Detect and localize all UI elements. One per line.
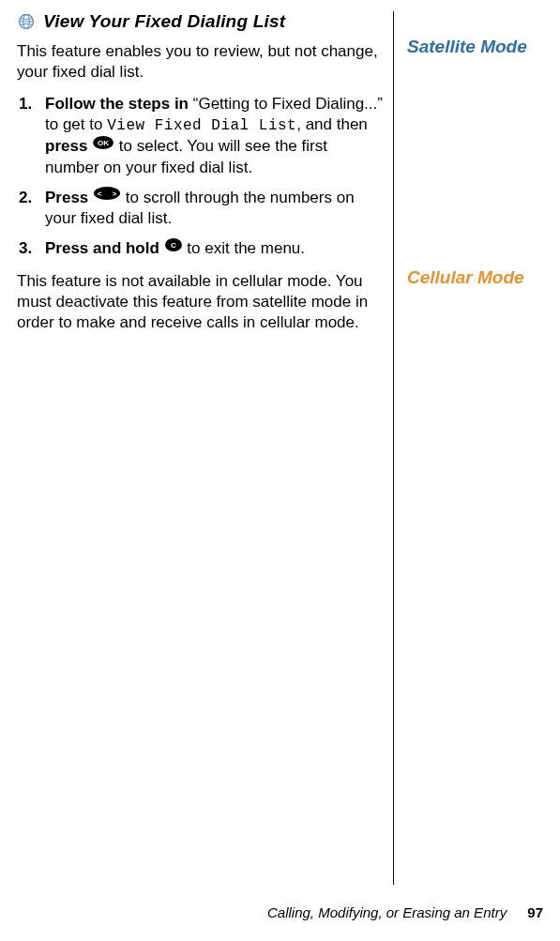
- section-heading: View Your Fixed Dialing List: [43, 11, 285, 32]
- step-2-tail: to scroll through the numbers on your fi…: [45, 189, 355, 228]
- globe-icon: [17, 12, 36, 31]
- footer-page-number: 97: [527, 904, 543, 920]
- step-1-lead: Follow the steps in: [45, 95, 189, 113]
- svg-text:>: >: [113, 190, 117, 198]
- main-column: View Your Fixed Dialing List This featur…: [17, 11, 394, 885]
- ok-key-icon: OK: [92, 135, 114, 156]
- step-3-lead: Press and hold: [45, 239, 159, 257]
- page-footer: Calling, Modifying, or Erasing an Entry …: [267, 904, 543, 920]
- cellular-note: This feature is not available in cellula…: [17, 271, 384, 333]
- step-1-tail: to select. You will see the first number…: [45, 137, 327, 176]
- step-2-lead: Press: [45, 189, 88, 206]
- step-2: Press < > to scroll through the numbers …: [39, 188, 384, 230]
- step-1-mid: , and then: [296, 115, 368, 133]
- step-1-press: press: [45, 137, 87, 155]
- svg-text:<: <: [98, 190, 102, 198]
- step-3-tail: to exit the menu.: [187, 239, 305, 257]
- step-1: Follow the steps in “Getting to Fixed Di…: [39, 94, 384, 178]
- svg-text:OK: OK: [98, 139, 109, 147]
- heading-row: View Your Fixed Dialing List: [17, 11, 384, 32]
- page: View Your Fixed Dialing List This featur…: [0, 0, 560, 941]
- c-key-icon: C: [164, 237, 183, 258]
- intro-paragraph: This feature enables you to review, but …: [17, 41, 384, 83]
- svg-text:C: C: [171, 241, 176, 250]
- columns: View Your Fixed Dialing List This featur…: [17, 11, 543, 885]
- steps-list: Follow the steps in “Getting to Fixed Di…: [17, 94, 384, 260]
- footer-section: Calling, Modifying, or Erasing an Entry: [267, 904, 507, 920]
- scroll-key-icon: < >: [93, 186, 121, 206]
- cellular-mode-label: Cellular Mode: [407, 266, 543, 289]
- satellite-mode-label: Satellite Mode: [407, 36, 543, 58]
- step-3: Press and hold C to exit the menu.: [39, 238, 384, 260]
- step-1-lcd: View Fixed Dial List: [107, 117, 296, 134]
- side-column: Satellite Mode Cellular Mode: [403, 11, 543, 885]
